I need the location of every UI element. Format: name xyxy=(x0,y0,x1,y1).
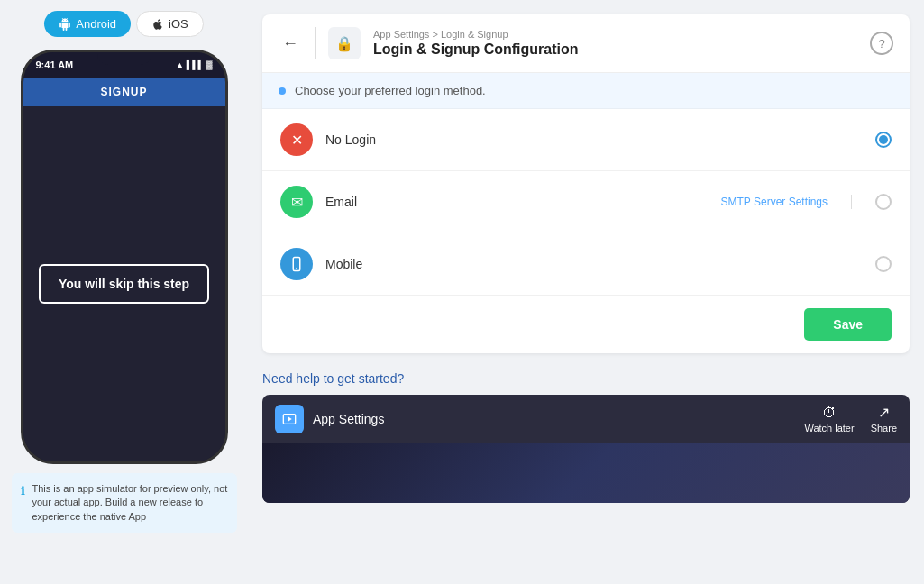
share-button[interactable]: ↗ Share xyxy=(871,404,897,433)
email-label: Email xyxy=(325,195,709,209)
save-button[interactable]: Save xyxy=(804,308,892,341)
no-login-label: No Login xyxy=(325,132,863,147)
no-login-radio[interactable] xyxy=(875,132,892,148)
video-actions: ⏱ Watch later ↗ Share xyxy=(804,404,897,433)
email-icon: ✉ xyxy=(280,186,313,218)
video-top-bar: App Settings ⏱ Watch later ↗ Share xyxy=(262,395,910,443)
config-card: ← 🔒 App Settings > Login & Signup Login … xyxy=(262,14,910,353)
header-text: App Settings > Login & Signup Login & Si… xyxy=(373,29,857,58)
hint-text: Choose your preferred login method. xyxy=(295,84,486,97)
watch-later-label: Watch later xyxy=(804,423,854,433)
platform-tabs: Android iOS xyxy=(9,11,239,37)
card-header: ← 🔒 App Settings > Login & Signup Login … xyxy=(262,14,910,73)
android-tab[interactable]: Android xyxy=(44,11,131,37)
phone-time: 9:41 AM xyxy=(36,59,74,70)
apple-icon xyxy=(151,18,164,31)
ios-tab-label: iOS xyxy=(169,17,188,31)
hint-dot xyxy=(279,87,286,95)
smtp-divider xyxy=(851,195,852,209)
share-label: Share xyxy=(871,423,897,433)
ios-tab[interactable]: iOS xyxy=(136,11,204,37)
phone-body: You will skip this step xyxy=(23,106,225,461)
phone-mockup: 9:41 AM ▲ ▌▌▌ ▓ SIGNUP You will skip thi… xyxy=(21,50,228,464)
breadcrumb: App Settings > Login & Signup xyxy=(373,29,857,40)
lock-icon: 🔒 xyxy=(328,27,361,59)
radio-inner xyxy=(879,135,888,144)
smtp-settings-link[interactable]: SMTP Server Settings xyxy=(721,196,828,208)
video-thumbnail xyxy=(262,443,910,503)
help-title: Need help to get started? xyxy=(262,371,910,386)
watch-later-icon: ⏱ xyxy=(822,405,837,421)
info-icon: ℹ xyxy=(21,483,25,524)
left-panel: Android iOS 9:41 AM ▲ ▌▌▌ ▓ SIGNUP You w… xyxy=(0,0,248,584)
channel-logo-icon xyxy=(282,412,297,426)
info-bar: ℹ This is an app simulator for preview o… xyxy=(12,473,237,533)
video-title: App Settings xyxy=(313,412,795,426)
no-login-option[interactable]: ✕ No Login xyxy=(262,109,910,171)
back-button[interactable]: ← xyxy=(279,34,302,53)
hint-bar: Choose your preferred login method. xyxy=(262,73,910,109)
mobile-option[interactable]: Mobile xyxy=(262,233,910,296)
wifi-icon: ▲ xyxy=(176,60,184,69)
mobile-label: Mobile xyxy=(325,257,863,271)
mobile-radio[interactable] xyxy=(875,256,892,272)
phone-status-bar: SIGNUP xyxy=(23,78,225,106)
phone-status-icons: ▲ ▌▌▌ ▓ xyxy=(176,60,213,69)
video-card[interactable]: App Settings ⏱ Watch later ↗ Share xyxy=(262,395,910,503)
phone-status-label: SIGNUP xyxy=(100,86,147,98)
signal-icon: ▌▌▌ xyxy=(187,60,204,69)
email-radio[interactable] xyxy=(875,194,892,210)
android-icon xyxy=(59,18,71,31)
page-title: Login & Signup Configuration xyxy=(373,41,857,58)
email-option[interactable]: ✉ Email SMTP Server Settings xyxy=(262,171,910,233)
watch-later-button[interactable]: ⏱ Watch later xyxy=(804,405,854,433)
header-divider xyxy=(315,27,316,59)
phone-icon-svg xyxy=(288,256,305,272)
video-channel-icon xyxy=(275,405,304,433)
help-icon-button[interactable]: ? xyxy=(870,32,893,55)
card-footer: Save xyxy=(262,296,910,353)
right-panel: ← 🔒 App Settings > Login & Signup Login … xyxy=(248,0,924,584)
help-section: Need help to get started? App Settings ⏱… xyxy=(262,371,910,503)
skip-step-button[interactable]: You will skip this step xyxy=(39,264,209,304)
mobile-icon xyxy=(280,248,313,280)
no-login-icon: ✕ xyxy=(280,123,313,156)
android-tab-label: Android xyxy=(76,17,116,31)
phone-notch xyxy=(97,52,151,65)
battery-icon: ▓ xyxy=(206,60,213,69)
share-icon: ↗ xyxy=(878,404,890,421)
info-text: This is an app simulator for preview onl… xyxy=(32,482,228,524)
